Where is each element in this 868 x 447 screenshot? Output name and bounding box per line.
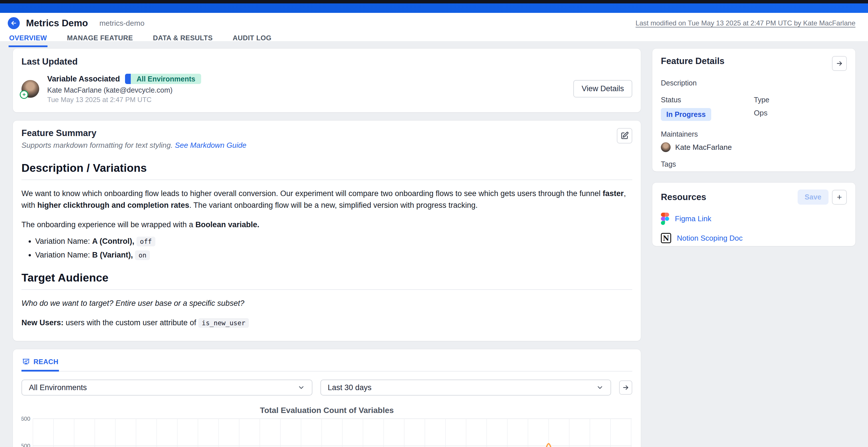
tab-audit-log[interactable]: AUDIT LOG [232, 32, 272, 47]
line-chart-canvas: 600500400 [22, 416, 632, 447]
variation-item-control: Variation Name: A (Control), off [35, 237, 632, 246]
description-paragraph-2: The onboarding experience will be wrappe… [22, 219, 632, 231]
notion-icon: N [661, 233, 671, 243]
tags-label: Tags [661, 160, 847, 168]
markdown-note: Supports markdown formatting for text st… [22, 141, 175, 149]
window-top-bar [0, 0, 868, 3]
environment-badge-label: All Environments [131, 74, 201, 84]
add-resource-button[interactable]: + [832, 190, 847, 205]
page-header: Metrics Demo metrics-demo Last modified … [0, 13, 868, 41]
description-variations-heading: Description / Variations [22, 162, 632, 174]
view-details-button[interactable]: View Details [573, 80, 632, 98]
reach-tab-label: REACH [33, 358, 58, 366]
date-range-select[interactable]: Last 30 days [320, 380, 611, 396]
description-paragraph-1: We want to know which onboarding flow le… [22, 188, 632, 211]
target-audience-question: Who do we want to target? Entire user ba… [22, 298, 632, 309]
maintainers-label: Maintainers [661, 130, 847, 138]
last-updated-card: Last Updated + Variable Associated All E… [13, 48, 641, 112]
environment-badge-accent [125, 74, 131, 84]
target-audience-answer: New Users: users with the custom user at… [22, 317, 632, 329]
resources-heading: Resources [661, 192, 706, 202]
environment-select-value: All Environments [29, 383, 87, 392]
resource-link-label: Figma Link [675, 214, 711, 223]
reach-tabbar: REACH [22, 355, 632, 372]
main-column: Last Updated + Variable Associated All E… [13, 48, 641, 447]
audit-timestamp: Tue May 13 2025 at 2:47 PM UTC [47, 96, 201, 104]
reach-card: REACH All Environments Last 30 days [13, 349, 641, 447]
svg-text:500: 500 [22, 443, 30, 447]
page-title: Metrics Demo [26, 18, 88, 29]
chevron-down-icon [298, 384, 305, 391]
tab-reach[interactable]: REACH [22, 355, 59, 372]
last-modified-text: Last modified on Tue May 13 2025 at 2:47… [636, 19, 856, 27]
maintainer-name: Kate MacFarlane [675, 143, 732, 152]
divider [22, 289, 632, 290]
type-value: Ops [754, 109, 847, 117]
markdown-guide-link[interactable]: See Markdown Guide [175, 141, 246, 149]
svg-text:600: 600 [22, 416, 30, 422]
target-audience-heading: Target Audience [22, 272, 632, 284]
environment-select[interactable]: All Environments [22, 380, 312, 396]
resources-card: Resources Save + Figma Link N Notion Sco… [652, 183, 856, 246]
status-badge[interactable]: In Progress [661, 108, 711, 121]
type-label: Type [754, 96, 847, 104]
edit-pencil-square-icon [620, 132, 629, 140]
page-content: Last Updated + Variable Associated All E… [0, 41, 868, 447]
feature-summary-heading: Feature Summary [22, 128, 246, 138]
maintainer-row: Kate MacFarlane [661, 142, 847, 152]
feature-summary-card: Feature Summary Supports markdown format… [13, 121, 641, 341]
arrow-right-icon [622, 384, 629, 391]
tab-manage-feature[interactable]: MANAGE FEATURE [66, 32, 133, 47]
presentation-chart-icon [22, 358, 30, 366]
evaluation-chart: 600500400 [22, 416, 632, 447]
app-top-bar [0, 3, 868, 13]
chevron-down-icon [596, 384, 603, 391]
tab-data-results[interactable]: DATA & RESULTS [153, 32, 213, 47]
audit-user: Kate MacFarlane (kate@devcycle.com) [47, 86, 201, 94]
feature-details-heading: Feature Details [661, 56, 724, 66]
variation-list: Variation Name: A (Control), off Variati… [22, 237, 632, 260]
resource-link-notion[interactable]: N Notion Scoping Doc [661, 233, 847, 243]
divider [22, 179, 632, 180]
save-button[interactable]: Save [798, 190, 829, 205]
feature-details-card: Feature Details Description Status In Pr… [652, 48, 856, 171]
back-arrow-icon [10, 20, 17, 27]
sidebar: Feature Details Description Status In Pr… [652, 48, 856, 447]
last-updated-heading: Last Updated [22, 57, 632, 67]
arrow-right-icon [836, 60, 843, 67]
feature-key: metrics-demo [99, 19, 144, 28]
status-label: Status [661, 96, 754, 104]
chart-title: Total Evaluation Count of Variables [22, 406, 632, 415]
user-avatar: + [22, 80, 39, 98]
resource-link-label: Notion Scoping Doc [677, 234, 743, 243]
open-details-button[interactable] [832, 56, 847, 71]
run-query-button[interactable] [619, 380, 632, 395]
description-label: Description [661, 79, 847, 87]
back-button[interactable] [8, 17, 20, 29]
figma-icon [661, 213, 669, 225]
environment-badge: All Environments [125, 74, 201, 84]
variation-item-variant: Variation Name: B (Variant), on [35, 251, 632, 260]
tab-overview[interactable]: OVERVIEW [8, 32, 48, 47]
date-range-select-value: Last 30 days [328, 383, 372, 392]
edit-summary-button[interactable] [617, 128, 632, 143]
maintainer-avatar [661, 142, 671, 152]
resource-link-figma[interactable]: Figma Link [661, 213, 847, 225]
audit-event-label: Variable Associated [47, 75, 120, 83]
avatar-create-badge-icon: + [20, 90, 28, 99]
